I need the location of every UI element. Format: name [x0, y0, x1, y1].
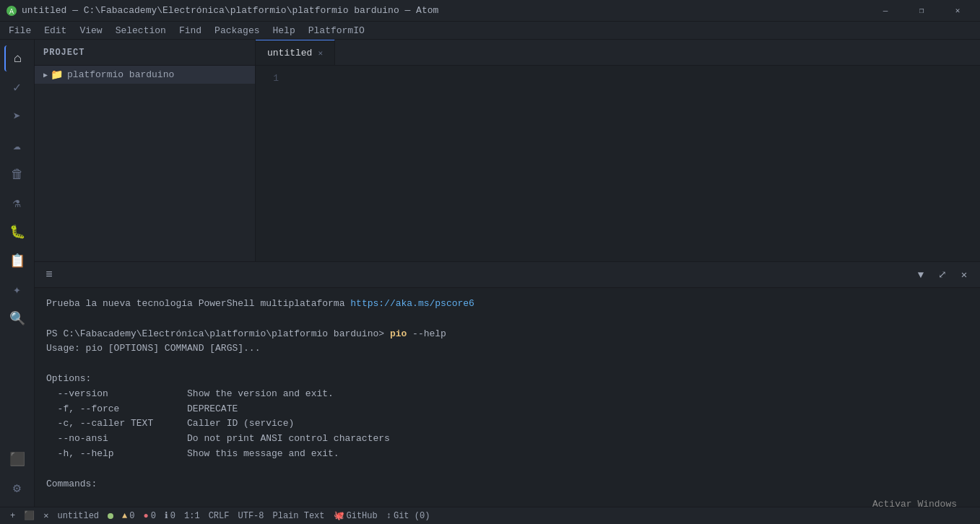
statusbar-close-button[interactable]: ✕: [39, 507, 53, 524]
settings-icon[interactable]: ⚙: [4, 475, 30, 501]
terminal-icon[interactable]: ⬛: [4, 446, 30, 472]
terminal-line-blank-2: [46, 357, 968, 372]
editor-container: untitled ✕ 1: [256, 40, 980, 261]
menu-file[interactable]: File: [3, 24, 37, 38]
menu-view[interactable]: View: [74, 24, 108, 38]
content: Project ▶ 📁 platformio barduino untitled…: [35, 40, 980, 507]
line-number-1: 1: [256, 71, 290, 86]
terminal-line-blank-1: [46, 312, 968, 327]
tabs-bar: untitled ✕: [256, 40, 980, 66]
editor-line-1: 1: [256, 71, 980, 86]
add-icon: +: [10, 511, 15, 521]
error-icon: ●: [143, 511, 148, 521]
info-count: 0: [170, 511, 175, 521]
folder-icon: 📁: [51, 69, 63, 81]
minimize-button[interactable]: —: [869, 0, 902, 22]
close-small-icon: ✕: [43, 510, 48, 521]
terminal-line-prompt: PS C:\Fabacademy\Electrónica\platformio\…: [46, 327, 968, 342]
statusbar-filename[interactable]: untitled: [53, 507, 103, 524]
sidebar: Project ▶ 📁 platformio barduino: [35, 40, 256, 261]
github-label: GitHub: [347, 511, 378, 521]
maximize-button[interactable]: ❐: [905, 0, 938, 22]
warning-icon: ▲: [122, 511, 127, 521]
terminal-line-no-ansi: --no-ansi Do not print ANSI control char…: [46, 432, 968, 447]
app-icon: A: [6, 5, 17, 17]
svg-text:A: A: [9, 8, 14, 16]
statusbar-line-ending[interactable]: CRLF: [204, 507, 234, 524]
titlebar-controls: — ❐ ✕: [869, 0, 974, 22]
sidebar-header: Project: [35, 40, 255, 66]
tab-close-icon[interactable]: ✕: [318, 48, 323, 58]
check-icon[interactable]: ✓: [4, 74, 30, 100]
chevron-icon: ▶: [43, 71, 48, 79]
terminal-body[interactable]: Prueba la nueva tecnología PowerShell mu…: [35, 288, 980, 507]
menu-find[interactable]: Find: [173, 24, 207, 38]
terminal-area: ≡ ▼ ⤢ ✕ Prueba la nueva tecnología Power…: [35, 261, 980, 507]
statusbar-warnings[interactable]: ▲ 0: [118, 507, 139, 524]
statusbar: + ⬛ ✕ untitled ▲ 0 ● 0 ℹ 0 1:1 CRLF UTF-…: [0, 507, 980, 524]
cursor-position: 1:1: [184, 511, 200, 521]
terminal-header: ≡ ▼ ⤢ ✕: [35, 262, 980, 288]
terminal-small-icon: ⬛: [24, 510, 35, 521]
status-green-dot: [108, 513, 113, 519]
terminal-toggle-icon[interactable]: ≡: [40, 266, 58, 284]
terminal-line-blank-3: [46, 462, 968, 477]
titlebar-left: A untitled — C:\Fabacademy\Electrónica\p…: [6, 5, 438, 17]
statusbar-terminal-button[interactable]: ⬛: [19, 507, 39, 524]
home-icon[interactable]: ⌂: [4, 45, 30, 71]
file-label: untitled: [57, 511, 99, 521]
info-icon: ℹ: [165, 510, 168, 521]
editor-area: Project ▶ 📁 platformio barduino untitled…: [35, 40, 980, 261]
statusbar-add-button[interactable]: +: [6, 507, 19, 524]
statusbar-encoding[interactable]: UTF-8: [233, 507, 268, 524]
project-folder-label: platformio barduino: [67, 69, 174, 80]
close-button[interactable]: ✕: [941, 0, 974, 22]
encoding-label: UTF-8: [238, 511, 264, 521]
review-icon[interactable]: 📋: [4, 248, 30, 274]
flask-icon[interactable]: ⚗: [4, 190, 30, 216]
syntax-label: Plain Text: [273, 511, 325, 521]
trash-icon[interactable]: 🗑: [4, 161, 30, 187]
terminal-close-button[interactable]: ✕: [954, 265, 974, 285]
platformio-icon[interactable]: ✦: [4, 276, 30, 302]
git-branch-label: Git (0): [394, 511, 430, 521]
error-count: 0: [151, 511, 156, 521]
git-sync-icon: ↕: [386, 511, 391, 521]
terminal-line-commands: Commands:: [46, 477, 968, 492]
menu-platformio[interactable]: PlatformIO: [303, 24, 370, 38]
terminal-line-1: Prueba la nueva tecnología PowerShell mu…: [46, 297, 968, 312]
menu-packages[interactable]: Packages: [209, 24, 265, 38]
statusbar-git-sync[interactable]: ↕ Git (0): [382, 507, 435, 524]
menu-edit[interactable]: Edit: [38, 24, 72, 38]
menu-help[interactable]: Help: [267, 24, 301, 38]
editor[interactable]: 1: [256, 66, 980, 261]
cloud-upload-icon[interactable]: ☁: [4, 132, 30, 158]
github-icon: 🐙: [334, 510, 344, 521]
terminal-controls: ▼ ⤢ ✕: [911, 265, 974, 285]
activate-windows-title: Activar Windows: [46, 497, 957, 507]
menubar: FileEditViewSelectionFindPackagesHelpPla…: [0, 22, 980, 40]
statusbar-github[interactable]: 🐙 GitHub: [329, 507, 382, 524]
activity-bar: ⌂ ✓ ➤ ☁ 🗑 ⚗ 🐛 📋 ✦ 🔍 ⬛ ⚙: [0, 40, 35, 507]
statusbar-errors[interactable]: ● 0: [139, 507, 160, 524]
menu-selection[interactable]: Selection: [110, 24, 172, 38]
statusbar-info[interactable]: ℹ 0: [160, 507, 180, 524]
statusbar-status-dot: [103, 507, 118, 524]
statusbar-cursor[interactable]: 1:1: [180, 507, 204, 524]
terminal-line-version: --version Show the version and exit.: [46, 387, 968, 402]
titlebar-text: untitled — C:\Fabacademy\Electrónica\pla…: [22, 5, 438, 16]
project-tree: ▶ 📁 platformio barduino: [35, 66, 255, 261]
terminal-line-force: -f, --force DEPRECATE: [46, 402, 968, 417]
search-icon[interactable]: 🔍: [4, 305, 30, 331]
terminal-line-caller: -c, --caller TEXT Caller ID (service): [46, 416, 968, 432]
titlebar: A untitled — C:\Fabacademy\Electrónica\p…: [0, 0, 980, 22]
statusbar-syntax[interactable]: Plain Text: [269, 507, 329, 524]
terminal-expand-button[interactable]: ⤢: [932, 265, 953, 285]
tab-label: untitled: [267, 48, 312, 58]
tab-untitled[interactable]: untitled ✕: [256, 40, 335, 65]
terminal-line-options: Options:: [46, 372, 968, 387]
bug-icon[interactable]: 🐛: [4, 219, 30, 245]
project-folder-item[interactable]: ▶ 📁 platformio barduino: [35, 66, 255, 84]
arrow-right-icon[interactable]: ➤: [4, 103, 30, 129]
terminal-minimize-button[interactable]: ▼: [911, 265, 931, 285]
